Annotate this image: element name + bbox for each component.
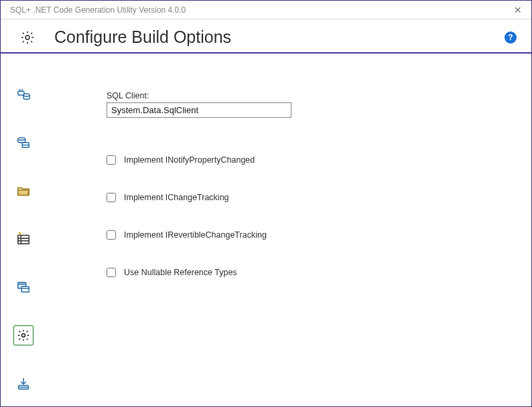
body: SQL Client: Implement INotifyPropertyCha… <box>1 54 531 402</box>
checkbox-changetracking-input[interactable] <box>107 193 116 202</box>
sidebar-item-list[interactable] <box>13 229 34 249</box>
svg-rect-5 <box>18 236 29 244</box>
checkbox-revertiblechangetracking[interactable]: Implement IRevertibleChangeTracking <box>107 230 505 240</box>
sql-client-input[interactable] <box>107 102 291 118</box>
sidebar <box>1 54 46 402</box>
checkbox-nullable[interactable]: Use Nullable Reference Types <box>107 268 505 277</box>
svg-point-9 <box>22 334 25 337</box>
checkbox-label: Implement IRevertibleChangeTracking <box>124 230 267 240</box>
sidebar-item-download[interactable] <box>13 374 34 394</box>
sidebar-item-folder[interactable] <box>13 181 34 201</box>
svg-point-3 <box>18 138 25 141</box>
checkbox-nullable-input[interactable] <box>107 268 116 277</box>
close-icon[interactable]: ✕ <box>511 4 525 16</box>
svg-rect-8 <box>21 287 29 292</box>
page-title: Configure Build Options <box>54 27 505 47</box>
checkbox-revertiblechangetracking-input[interactable] <box>107 230 116 240</box>
content: SQL Client: Implement INotifyPropertyCha… <box>46 54 531 402</box>
checkbox-notifypropertychanged-input[interactable] <box>107 155 116 165</box>
checkbox-changetracking[interactable]: Implement IChangeTracking <box>107 193 505 202</box>
svg-point-0 <box>25 35 29 39</box>
checkbox-label: Use Nullable Reference Types <box>124 268 237 277</box>
sidebar-item-window[interactable] <box>13 277 34 297</box>
sql-client-label: SQL Client: <box>107 91 505 100</box>
checkbox-label: Implement IChangeTracking <box>124 193 229 202</box>
window-title: SQL+ .NET Code Generation Utility Versio… <box>10 5 186 15</box>
checkbox-notifypropertychanged[interactable]: Implement INotifyPropertyChanged <box>107 155 505 165</box>
checkbox-label: Implement INotifyPropertyChanged <box>124 155 255 165</box>
gear-icon <box>19 29 36 46</box>
sidebar-item-settings[interactable] <box>13 325 34 345</box>
help-icon[interactable]: ? <box>505 31 517 44</box>
sidebar-item-connection[interactable] <box>13 84 34 104</box>
svg-point-6 <box>19 232 21 235</box>
page-header: Configure Build Options ? <box>1 19 531 54</box>
sidebar-item-database[interactable] <box>13 133 34 153</box>
titlebar: SQL+ .NET Code Generation Utility Versio… <box>1 1 531 19</box>
